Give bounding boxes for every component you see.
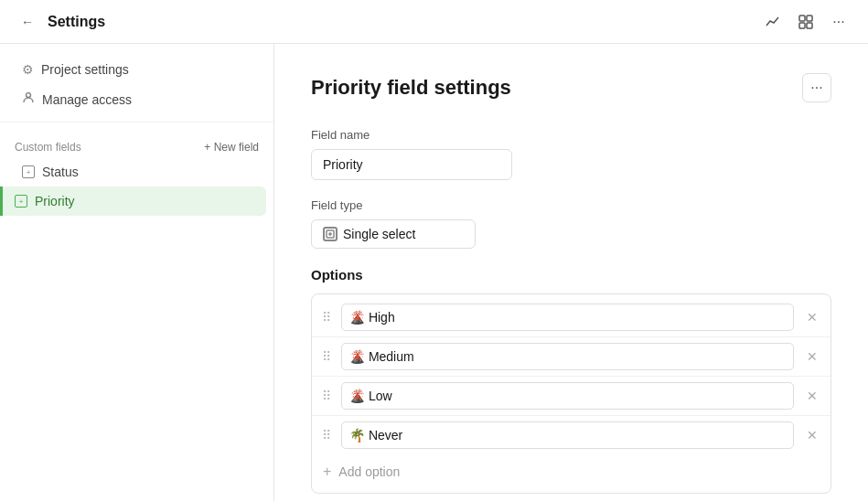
single-select-icon [323,227,338,241]
svg-rect-1 [807,16,812,21]
gear-icon: ⚙ [22,62,34,77]
app-header: ← Settings ··· [0,0,868,44]
svg-rect-0 [799,16,805,21]
svg-rect-2 [799,23,805,28]
drag-handle-icon[interactable]: ⠿ [319,428,334,442]
option-row: ⠿ ✕ [312,337,830,377]
option-input[interactable] [341,304,794,331]
section-label: Custom fields [15,141,81,154]
sidebar-divider [0,122,273,123]
chart-icon-button[interactable] [758,7,788,37]
sidebar-item-manage-access[interactable]: Manage access [7,84,266,114]
sidebar-field-label: Status [42,165,79,179]
drag-handle-icon[interactable]: ⠿ [319,310,334,325]
sidebar-item-label: Manage access [42,92,132,107]
page-title: Priority field settings [311,76,511,100]
sidebar-field-priority[interactable]: + Priority [0,187,266,216]
option-input[interactable] [341,382,794,410]
header-more-button[interactable]: ··· [824,7,853,37]
options-container: ⠿ ✕ ⠿ ✕ ⠿ ✕ ⠿ ✕ + Add option [311,293,831,494]
app-title: Settings [48,14,105,30]
field-name-section: Field name [311,128,831,180]
option-input[interactable] [341,421,794,449]
remove-option-button[interactable]: ✕ [801,306,823,328]
back-button[interactable]: ← [15,9,40,35]
svg-point-4 [27,93,31,98]
priority-field-icon: + [15,195,27,208]
option-row: ⠿ ✕ [312,377,830,416]
remove-option-button[interactable]: ✕ [801,346,823,368]
remove-option-button[interactable]: ✕ [801,385,823,407]
option-row: ⠿ ✕ [312,298,830,337]
field-name-label: Field name [311,128,831,142]
field-type-section: Field type Single select [311,198,831,249]
remove-option-button[interactable]: ✕ [801,424,823,446]
drag-handle-icon[interactable]: ⠿ [319,389,334,403]
custom-fields-section: Custom fields + New field [0,130,273,157]
status-field-icon: + [22,165,35,178]
app-body: ⚙ Project settings Manage access Custom … [0,44,868,501]
person-icon [22,91,35,107]
field-type-button[interactable]: Single select [311,219,476,249]
new-field-button[interactable]: + New field [204,141,259,154]
sidebar-field-status[interactable]: + Status [7,157,266,187]
main-page-header: Priority field settings ··· [311,73,831,102]
sidebar-item-label: Project settings [41,62,129,77]
field-type-label: Field type [311,198,831,212]
option-input[interactable] [341,343,794,370]
field-name-input[interactable] [311,149,512,180]
drag-handle-icon[interactable]: ⠿ [319,349,334,364]
main-content: Priority field settings ··· Field name F… [274,44,868,501]
options-list: ⠿ ✕ ⠿ ✕ ⠿ ✕ ⠿ ✕ [312,298,830,454]
layout-icon-button[interactable] [791,7,820,37]
add-option-label: Add option [338,464,400,479]
options-label: Options [311,267,831,282]
options-section: Options ⠿ ✕ ⠿ ✕ ⠿ ✕ ⠿ ✕ + [311,267,831,494]
sidebar-field-label: Priority [35,194,75,208]
svg-rect-3 [807,23,812,28]
sidebar: ⚙ Project settings Manage access Custom … [0,44,274,501]
sidebar-item-project-settings[interactable]: ⚙ Project settings [7,55,266,84]
option-row: ⠿ ✕ [312,416,830,454]
add-plus-icon: + [323,464,331,480]
header-right: ··· [758,7,853,37]
field-type-value: Single select [343,227,415,241]
header-left: ← Settings [15,9,105,35]
settings-more-button[interactable]: ··· [802,73,831,102]
add-option-row[interactable]: + Add option [312,454,830,489]
